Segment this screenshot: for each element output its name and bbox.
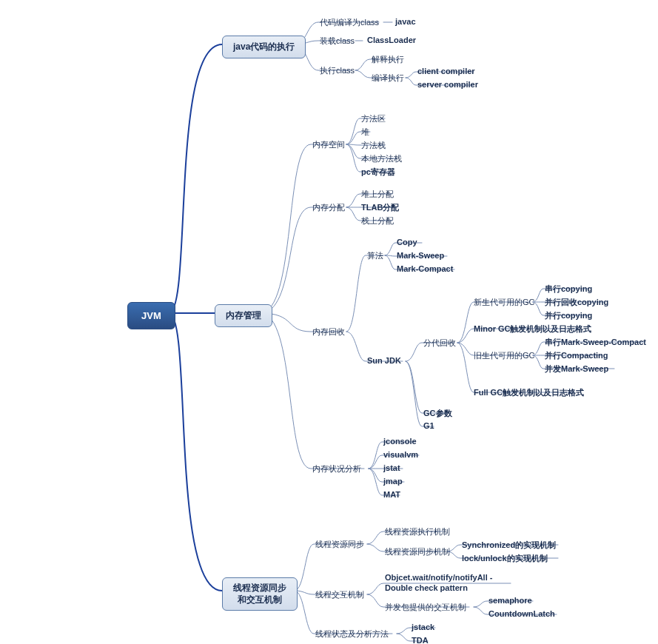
cat-java-exec[interactable]: java代码的执行 [222, 36, 306, 58]
c2-s3a1: Copy [397, 238, 417, 246]
c2-s3b: Sun JDK [367, 356, 401, 365]
c2-s3b1b: Minor GC触发机制以及日志格式 [474, 323, 592, 335]
c2-s3b1a1: 串行copying [545, 284, 592, 295]
c2-s3a3: Mark-Compact [397, 264, 453, 273]
c2-s1c: 方法栈 [361, 140, 386, 151]
c1-a1v: javac [395, 17, 416, 26]
c1-a3: 执行class [320, 65, 355, 76]
c2-s3b1a3: 并行copying [545, 310, 592, 321]
c2-s3b3: G1 [423, 421, 434, 430]
c2-s1e: pc寄存器 [361, 167, 395, 178]
c2-s4c: jstat [383, 463, 400, 472]
cat-thread-l1: 线程资源同步 [233, 583, 286, 593]
c2-s1a: 方法区 [361, 113, 386, 124]
c1-a2: 装载class [320, 36, 355, 47]
c2-s3b1c3: 并发Mark-Sweep [545, 363, 608, 375]
c2-s4a: jconsole [383, 437, 417, 446]
c3-t1b: 线程资源同步机制 [385, 546, 450, 557]
c1-a3a: 解释执行 [372, 54, 404, 65]
c3-t2a-l2: Double check pattern [385, 583, 468, 592]
c2-s1d: 本地方法栈 [361, 153, 402, 164]
c1-a3b1: client compiler [417, 67, 475, 76]
c2-s4: 内存状况分析 [312, 463, 361, 474]
c3-t2a-l1: Objcet.wait/notify/notifyAll - [385, 573, 492, 582]
c2-s3b1a2: 并行回收copying [545, 297, 608, 308]
c3-t1a: 线程资源执行机制 [385, 526, 450, 537]
c3-t2: 线程交互机制 [315, 589, 364, 600]
c3-t2a: Objcet.wait/notify/notifyAll - Double ch… [385, 572, 492, 594]
cat-memory[interactable]: 内存管理 [215, 304, 272, 327]
c2-s3: 内存回收 [312, 326, 345, 338]
c3-t1: 线程资源同步 [315, 539, 364, 550]
c2-s3b1: 分代回收 [423, 338, 456, 349]
c2-s3a2: Mark-Sweep [397, 251, 444, 260]
c2-s2c: 栈上分配 [361, 215, 394, 227]
c3-t3a: jstack [412, 623, 434, 631]
c3-t3b: TDA [412, 636, 429, 644]
c3-t2b2: CountdownLatch [489, 609, 555, 618]
c1-a3b: 编译执行 [372, 73, 404, 84]
cat-thread[interactable]: 线程资源同步 和交互机制 [222, 577, 298, 611]
c2-s3b1a: 新生代可用的GC [474, 297, 535, 308]
c2-s3b1d: Full GC触发机制以及日志格式 [474, 387, 584, 398]
c2-s3b2: GC参数 [423, 408, 452, 419]
c3-t1b2: lock/unlock的实现机制 [462, 553, 548, 564]
c2-s3b1c2: 并行Compacting [545, 350, 608, 361]
c3-t3: 线程状态及分析方法 [315, 628, 389, 640]
c3-t2b: 并发包提供的交互机制 [385, 602, 466, 613]
c1-a1: 代码编译为class [320, 17, 379, 28]
c1-a3b2: server compiler [417, 80, 478, 89]
c2-s3b1c: 旧生代可用的GC [474, 350, 535, 361]
c3-t1b1: Synchronized的实现机制 [462, 540, 556, 551]
c1-a2v: ClassLoader [367, 36, 416, 44]
c2-s4b: visualvm [383, 450, 418, 459]
c3-t2b1: semaphore [489, 596, 532, 605]
c2-s4e: MAT [383, 490, 400, 499]
cat-thread-l2: 和交互机制 [238, 594, 282, 605]
c2-s2: 内存分配 [312, 202, 345, 213]
c2-s2a: 堆上分配 [361, 189, 394, 200]
c2-s1b: 堆 [361, 127, 369, 138]
c2-s2b: TLAB分配 [361, 202, 399, 213]
c2-s3a: 算法 [367, 250, 383, 261]
c2-s3b1c1: 串行Mark-Sweep-Compact [545, 337, 646, 348]
c2-s4d: jmap [383, 477, 403, 486]
c2-s1: 内存空间 [312, 139, 345, 150]
root-node[interactable]: JVM [127, 302, 175, 329]
